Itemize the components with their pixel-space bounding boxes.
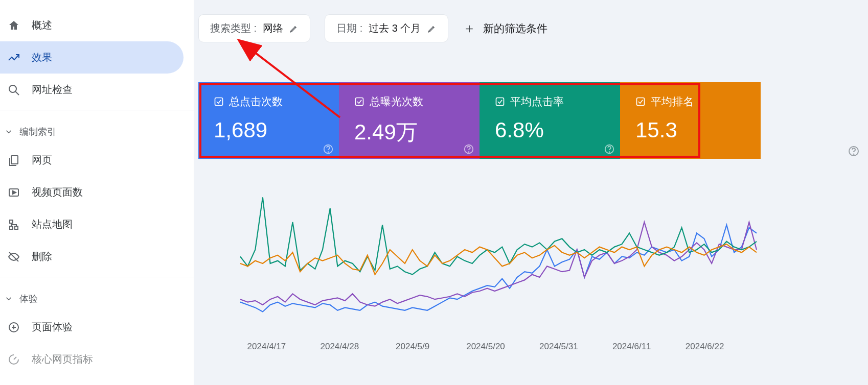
divider	[0, 277, 194, 277]
checkbox-checked-icon	[214, 97, 224, 107]
sidebar-item-label: 视频页面数	[32, 185, 83, 199]
performance-chart[interactable]: 2024/4/172024/4/282024/5/92024/5/202024/…	[210, 189, 762, 352]
trending-icon	[7, 51, 20, 64]
metric-card-impressions[interactable]: 总曝光次数 2.49万	[339, 82, 479, 159]
section-label: 编制索引	[19, 126, 56, 138]
x-tick: 2024/6/22	[668, 342, 741, 352]
sidebar-item-label: 概述	[32, 18, 52, 32]
chip-label: 搜索类型 :	[210, 21, 257, 35]
sidebar-section-experience[interactable]: 体验	[0, 281, 194, 311]
sidebar-item-label: 网页	[32, 153, 52, 167]
sidebar-item-page-experience[interactable]: 页面体验	[0, 311, 184, 343]
help-icon[interactable]	[604, 143, 615, 155]
svg-line-1	[15, 91, 19, 95]
metric-label: 总点击次数	[229, 94, 283, 109]
checkbox-checked-icon	[495, 97, 505, 107]
plus-circle-icon	[7, 321, 20, 334]
x-tick: 2024/4/28	[303, 342, 376, 352]
sidebar-item-video[interactable]: 视频页面数	[0, 176, 184, 208]
chevron-down-icon	[4, 294, 13, 303]
chip-label: 日期 :	[336, 21, 362, 35]
metric-label: 平均点击率	[510, 94, 564, 109]
hide-icon	[7, 250, 20, 263]
sitemap-icon	[7, 218, 20, 231]
checkbox-checked-icon	[635, 97, 646, 107]
x-tick: 2024/6/11	[595, 342, 668, 352]
sidebar-item-url-inspection[interactable]: 网址检查	[0, 74, 184, 106]
x-tick: 2024/5/9	[376, 342, 449, 352]
metric-card-ctr[interactable]: 平均点击率 6.8%	[479, 82, 620, 159]
svg-point-0	[9, 85, 16, 92]
svg-rect-2	[11, 156, 18, 164]
metric-card-position[interactable]: 平均排名 15.3	[620, 82, 761, 159]
search-icon	[7, 83, 20, 97]
speed-icon	[7, 353, 20, 366]
filter-chip-date[interactable]: 日期 : 过去 3 个月	[325, 14, 448, 42]
svg-rect-21	[637, 98, 645, 106]
metric-value: 6.8%	[495, 118, 608, 142]
svg-marker-4	[13, 191, 16, 194]
metric-value: 15.3	[635, 118, 748, 142]
x-tick: 2024/4/17	[230, 342, 303, 352]
pencil-icon	[289, 24, 299, 33]
x-tick: 2024/5/31	[522, 342, 595, 352]
sidebar-item-sitemap[interactable]: 站点地图	[0, 208, 184, 240]
svg-rect-18	[496, 98, 504, 106]
divider	[0, 110, 194, 110]
add-filter-button[interactable]: ＋ 新的筛选条件	[463, 19, 547, 37]
sidebar-section-index[interactable]: 编制索引	[0, 114, 194, 144]
sidebar-item-removals[interactable]: 删除	[0, 240, 184, 273]
filter-chip-search-type[interactable]: 搜索类型 : 网络	[198, 14, 310, 42]
svg-rect-15	[356, 98, 363, 106]
main-panel: 搜索类型 : 网络 日期 : 过去 3 个月 ＋ 新的筛选条件	[194, 0, 868, 385]
chip-value: 网络	[263, 21, 283, 35]
svg-rect-6	[10, 226, 13, 229]
filter-bar: 搜索类型 : 网络 日期 : 过去 3 个月 ＋ 新的筛选条件	[194, 14, 868, 42]
chart-canvas	[210, 189, 762, 338]
metric-value: 1,689	[214, 118, 327, 142]
chevron-down-icon	[4, 127, 13, 136]
sidebar-item-label: 网址检查	[32, 83, 73, 97]
chip-value: 过去 3 个月	[369, 21, 421, 35]
help-icon[interactable]	[848, 145, 860, 157]
x-tick: 2024/5/20	[449, 342, 522, 352]
checkbox-checked-icon	[354, 97, 364, 107]
pages-icon	[7, 154, 20, 167]
plus-icon: ＋	[463, 19, 476, 37]
metrics-row: 总点击次数 1,689 总曝光次数 2.49万	[198, 82, 761, 159]
metric-label: 平均排名	[651, 94, 694, 109]
metric-label: 总曝光次数	[370, 94, 423, 109]
svg-point-23	[854, 154, 854, 155]
svg-rect-5	[10, 220, 13, 223]
sidebar-item-core-web-vitals[interactable]: 核心网页指标	[0, 343, 184, 375]
sidebar-item-overview[interactable]: 概述	[0, 9, 184, 41]
svg-rect-12	[215, 98, 223, 106]
svg-rect-7	[15, 226, 18, 229]
sidebar-item-label: 删除	[32, 250, 52, 263]
section-label: 体验	[19, 293, 38, 305]
help-icon[interactable]	[463, 143, 474, 155]
add-filter-label: 新的筛选条件	[483, 21, 547, 36]
svg-point-20	[609, 152, 610, 152]
sidebar-item-label: 效果	[32, 51, 52, 64]
video-icon	[7, 186, 20, 199]
sidebar-item-label: 站点地图	[32, 218, 73, 231]
sidebar-item-pages[interactable]: 网页	[0, 144, 184, 176]
svg-point-17	[469, 152, 469, 152]
sidebar: 概述 效果 网址检查 编制索引 网页	[0, 0, 194, 385]
pencil-icon	[427, 24, 437, 33]
metric-card-clicks[interactable]: 总点击次数 1,689	[198, 82, 339, 159]
help-icon[interactable]	[323, 143, 334, 155]
sidebar-item-label: 核心网页指标	[32, 352, 93, 366]
sidebar-item-label: 页面体验	[32, 320, 73, 334]
sidebar-item-performance[interactable]: 效果	[0, 41, 184, 74]
chart-x-axis: 2024/4/172024/4/282024/5/92024/5/202024/…	[210, 338, 741, 352]
metric-value: 2.49万	[354, 118, 467, 147]
svg-point-14	[328, 152, 329, 152]
home-icon	[7, 19, 20, 32]
